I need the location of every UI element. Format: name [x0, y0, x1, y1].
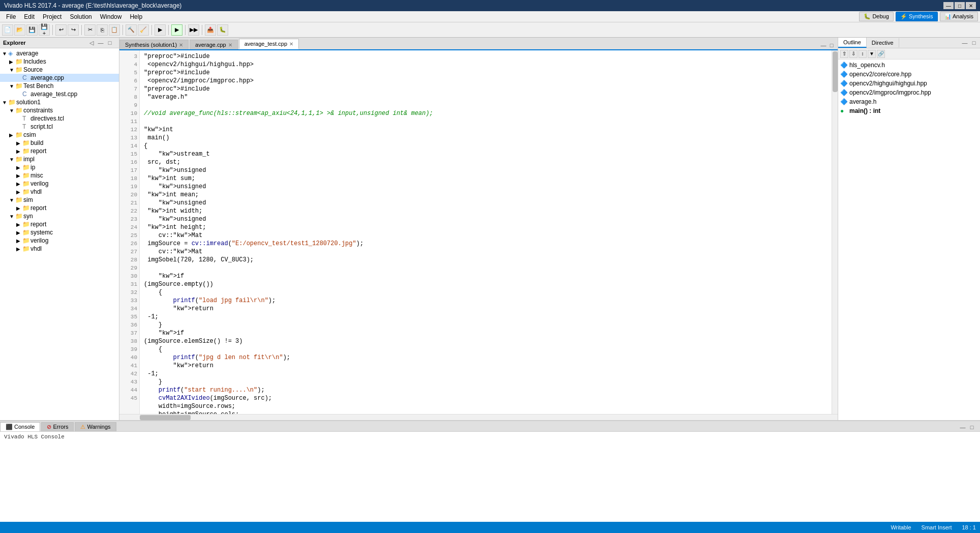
- outline-link-editor[interactable]: 🔗: [877, 50, 885, 58]
- outline-max-button[interactable]: □: [970, 39, 978, 47]
- code-content[interactable]: "preproc">#include <opencv2/highgui/high…: [140, 50, 832, 414]
- tab-synthesis[interactable]: Synthesis (solution1) ✕: [119, 40, 189, 49]
- menu-solution[interactable]: Solution: [66, 12, 96, 21]
- debug-button[interactable]: 🐛: [217, 24, 228, 36]
- tree-item-constraints[interactable]: ▼📁constraints: [0, 106, 119, 114]
- cut-button[interactable]: ✂: [84, 24, 96, 36]
- outline-item-average-h[interactable]: 🔷average.h: [838, 97, 980, 106]
- tab-average-test-close[interactable]: ✕: [289, 41, 293, 47]
- open-button[interactable]: 📂: [14, 24, 25, 36]
- save-all-button[interactable]: 💾+: [39, 24, 50, 36]
- copy-button[interactable]: ⎘: [97, 24, 108, 36]
- tree-item-systemc[interactable]: ▶📁systemc: [0, 228, 119, 236]
- debug-perspective-tab[interactable]: 🐛 Debug: [859, 12, 893, 21]
- csim-button[interactable]: ▶: [155, 24, 166, 36]
- tree-item-vhdl[interactable]: ▶📁vhdl: [0, 188, 119, 196]
- tree-item-ip[interactable]: ▶📁ip: [0, 163, 119, 171]
- tree-item-verilog[interactable]: ▶📁verilog: [0, 180, 119, 188]
- outline-filter[interactable]: ▼: [868, 50, 876, 58]
- console-min-button[interactable]: —: [959, 423, 967, 431]
- tree-item-directives-tcl[interactable]: Tdirectives.tcl: [0, 114, 119, 123]
- outline-item-hls-opencv-h[interactable]: 🔷hls_opencv.h: [838, 61, 980, 70]
- explorer-collapse-button[interactable]: ◁: [87, 39, 96, 47]
- tree-item-average-test-cpp[interactable]: Caverage_test.cpp: [0, 90, 119, 98]
- save-button[interactable]: 💾: [26, 24, 38, 36]
- tree-item-Test-Bench[interactable]: ▼📁Test Bench: [0, 82, 119, 90]
- explorer-max-button[interactable]: □: [106, 39, 114, 47]
- console-content[interactable]: Vivado HLS Console: [0, 432, 980, 522]
- tab-synthesis-close[interactable]: ✕: [179, 42, 183, 48]
- clean-button[interactable]: 🧹: [138, 24, 149, 36]
- window-controls[interactable]: — □ ✕: [943, 2, 976, 9]
- explorer-controls[interactable]: ◁ — □: [87, 39, 116, 47]
- tree-item-script-tcl[interactable]: Tscript.tcl: [0, 123, 119, 131]
- outline-tree[interactable]: 🔷hls_opencv.h🔷opencv2/core/core.hpp🔷open…: [838, 60, 980, 420]
- horizontal-scrollbar[interactable]: [119, 414, 838, 420]
- new-file-button[interactable]: 📄: [2, 24, 13, 36]
- outline-tab[interactable]: Outline: [838, 38, 867, 48]
- explorer-min-button[interactable]: —: [97, 39, 105, 47]
- tree-item-syn[interactable]: ▼📁syn: [0, 212, 119, 220]
- tree-item-vhdl[interactable]: ▶📁vhdl: [0, 245, 119, 253]
- tree-item-sim[interactable]: ▼📁sim: [0, 196, 119, 204]
- tree-item-average[interactable]: ▼◈average: [0, 49, 119, 57]
- tree-item-Includes[interactable]: ▶📁Includes: [0, 57, 119, 66]
- tree-item-verilog[interactable]: ▶📁verilog: [0, 236, 119, 245]
- minimize-button[interactable]: —: [943, 2, 954, 9]
- outline-item-opencv2-highgui-highgui-hpp[interactable]: 🔷opencv2/highgui/highgui.hpp: [838, 79, 980, 88]
- console-panel: ⬛ Console ⊘ Errors ⚠ Warnings — □ Vivado…: [0, 420, 980, 522]
- outline-collapse-all[interactable]: ⇧: [840, 50, 848, 58]
- menu-project[interactable]: Project: [39, 12, 66, 21]
- undo-button[interactable]: ↩: [55, 24, 67, 36]
- close-button[interactable]: ✕: [966, 2, 976, 9]
- cosim-button[interactable]: ▶▶: [188, 24, 199, 36]
- outline-sort[interactable]: ↕: [859, 50, 867, 58]
- h-scrollbar-thumb[interactable]: [140, 415, 191, 420]
- outline-item-opencv2-core-core-hpp[interactable]: 🔷opencv2/core/core.hpp: [838, 70, 980, 79]
- tree-item-impl[interactable]: ▼📁impl: [0, 155, 119, 163]
- tree-item-average-cpp[interactable]: Caverage.cpp: [0, 74, 119, 82]
- directive-tab[interactable]: Directive: [867, 38, 899, 47]
- editor-min-button[interactable]: —: [819, 41, 828, 49]
- outline-controls[interactable]: — □: [961, 39, 980, 47]
- scrollbar-thumb[interactable]: [833, 51, 838, 92]
- explorer-tree[interactable]: ▼◈average▶📁Includes▼📁Source Caverage.cpp…: [0, 48, 119, 420]
- console-controls[interactable]: — □: [959, 423, 978, 431]
- tree-item-misc[interactable]: ▶📁misc: [0, 171, 119, 180]
- tree-item-Source[interactable]: ▼📁Source: [0, 66, 119, 74]
- errors-tab[interactable]: ⊘ Errors: [41, 422, 74, 431]
- tree-item-csim[interactable]: ▶📁csim: [0, 131, 119, 139]
- tab-average-cpp[interactable]: average.cpp ✕: [190, 40, 238, 49]
- outline-item-opencv2-imgproc-imgproc-hpp[interactable]: 🔷opencv2/imgproc/imgproc.hpp: [838, 88, 980, 97]
- tab-average-test-cpp[interactable]: average_test.cpp ✕: [239, 39, 299, 49]
- analysis-perspective-tab[interactable]: 📊 Analysis: [940, 12, 978, 21]
- tree-item-report[interactable]: ▶📁report: [0, 204, 119, 212]
- warnings-tab[interactable]: ⚠ Warnings: [75, 422, 116, 431]
- outline-expand-all[interactable]: ⇩: [849, 50, 858, 58]
- menu-help[interactable]: Help: [126, 12, 146, 21]
- console-max-button[interactable]: □: [968, 423, 976, 431]
- menu-edit[interactable]: Edit: [20, 12, 39, 21]
- synthesis-perspective-tab[interactable]: ⚡ Synthesis: [896, 12, 938, 21]
- code-editor[interactable]: 3456789101112131415161718192021222324252…: [119, 50, 838, 414]
- tree-item-report[interactable]: ▶📁report: [0, 147, 119, 155]
- console-tab[interactable]: ⬛ Console: [0, 422, 40, 431]
- vertical-scrollbar[interactable]: [832, 50, 838, 414]
- build-button[interactable]: 🔨: [126, 24, 137, 36]
- maximize-button[interactable]: □: [955, 2, 965, 9]
- menu-window[interactable]: Window: [96, 12, 126, 21]
- line-num-41: 41: [119, 362, 139, 370]
- tree-item-report[interactable]: ▶📁report: [0, 220, 119, 228]
- line-num-10: 10: [119, 109, 139, 117]
- tab-average-cpp-close[interactable]: ✕: [228, 42, 232, 48]
- menu-file[interactable]: File: [2, 12, 20, 21]
- redo-button[interactable]: ↪: [68, 24, 79, 36]
- synth-button[interactable]: ▶: [171, 24, 182, 36]
- tree-item-solution1[interactable]: ▼📁solution1: [0, 98, 119, 106]
- export-button[interactable]: 📤: [205, 24, 216, 36]
- outline-min-button[interactable]: —: [961, 39, 969, 47]
- tree-item-build[interactable]: ▶📁build: [0, 139, 119, 147]
- editor-max-button[interactable]: □: [828, 41, 836, 49]
- outline-item-main-----int[interactable]: ●main() : int: [838, 106, 980, 115]
- paste-button[interactable]: 📋: [109, 24, 120, 36]
